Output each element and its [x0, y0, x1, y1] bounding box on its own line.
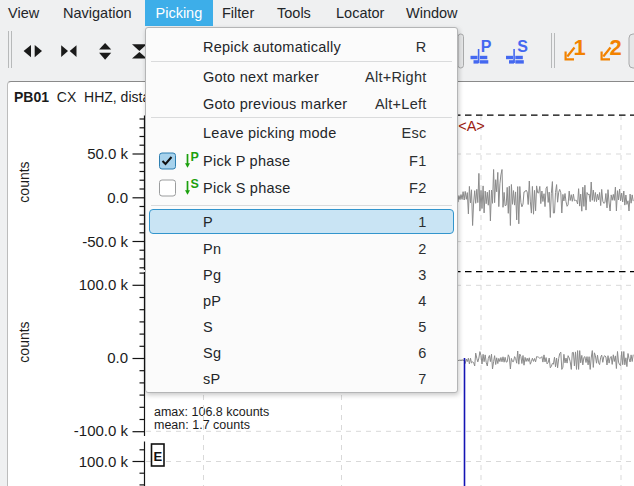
svg-text:P: P: [191, 151, 199, 164]
svg-text:S: S: [517, 38, 528, 55]
svg-text:1: 1: [574, 35, 586, 60]
svg-text:P: P: [481, 38, 492, 55]
svg-text:S: S: [191, 178, 199, 191]
svg-text:2: 2: [610, 35, 622, 60]
svg-text:E: E: [154, 449, 163, 464]
